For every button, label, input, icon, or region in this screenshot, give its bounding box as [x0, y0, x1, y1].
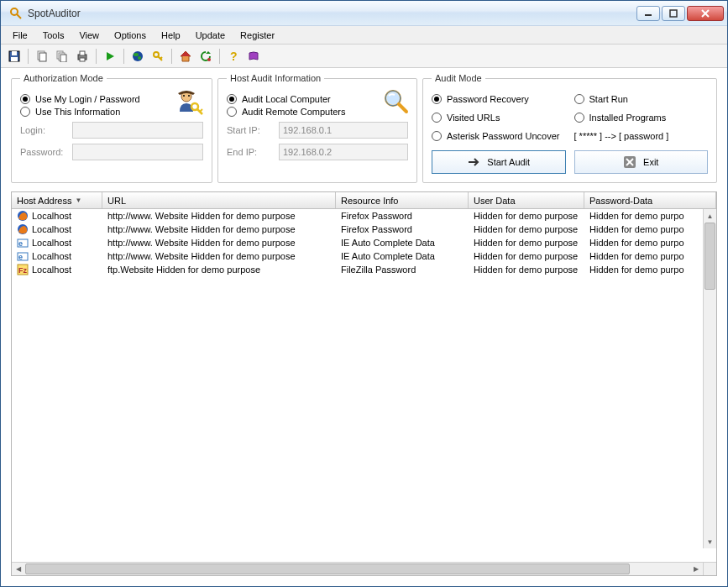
radio-label: Use This Information — [35, 107, 120, 117]
horizontal-scrollbar[interactable]: ◀ ▶ — [12, 562, 703, 575]
menubar: File Tools View Options Help Update Regi… — [1, 26, 727, 45]
cell-host: Localhost — [32, 224, 71, 234]
cell-resource: Firefox Password — [336, 211, 469, 221]
radio-label: Asterisk Password Uncover — [447, 131, 560, 141]
cell-resource: IE Auto Complete Data — [336, 251, 469, 261]
svg-line-1 — [17, 14, 21, 18]
vertical-scrollbar[interactable]: ▲ ▼ — [703, 209, 716, 548]
radio-visited-urls[interactable]: Visited URLs — [432, 113, 566, 123]
table-row[interactable]: Localhosthttp://www. Website Hidden for … — [12, 209, 716, 223]
help-icon[interactable]: ? — [225, 48, 242, 65]
minimize-button[interactable] — [636, 6, 660, 21]
home-icon[interactable] — [177, 48, 194, 65]
scroll-thumb[interactable] — [25, 563, 630, 574]
col-resource-info[interactable]: Resource Info — [336, 192, 469, 208]
cell-pass: Hidden for demo purpo — [584, 238, 716, 248]
sort-indicator-icon: ▼ — [75, 197, 81, 204]
button-label: Exit — [643, 157, 658, 167]
menu-tools[interactable]: Tools — [36, 29, 71, 42]
table-row[interactable]: Localhosthttp://www. Website Hidden for … — [12, 223, 716, 236]
host-audit-panel: Host Audit Information Audit Local Compu… — [217, 73, 417, 183]
svg-rect-7 — [12, 51, 17, 55]
cell-url: http://www. Website Hidden for demo purp… — [102, 251, 336, 261]
table-row[interactable]: eLocalhosthttp://www. Website Hidden for… — [12, 236, 716, 249]
svg-point-20 — [138, 56, 141, 60]
radio-start-run[interactable]: Start Run — [574, 94, 709, 104]
key-icon[interactable] — [149, 48, 166, 65]
scroll-thumb[interactable] — [704, 223, 715, 290]
cell-resource: Firefox Password — [336, 224, 469, 234]
scroll-right-icon[interactable]: ▶ — [689, 563, 703, 575]
app-source-icon — [17, 223, 29, 235]
close-button[interactable] — [687, 6, 724, 21]
magnifier-icon — [383, 88, 410, 117]
cell-pass: Hidden for demo purpo — [584, 265, 716, 275]
copy-all-icon[interactable] — [54, 48, 71, 65]
print-icon[interactable] — [74, 48, 91, 65]
svg-rect-15 — [80, 51, 85, 55]
window-title: SpotAuditor — [28, 8, 636, 19]
exit-button[interactable]: Exit — [574, 150, 709, 174]
app-window: SpotAuditor File Tools View Options Help… — [0, 0, 728, 587]
login-input — [72, 122, 203, 139]
radio-audit-remote[interactable]: Audit Remote Computers — [227, 107, 408, 117]
menu-help[interactable]: Help — [155, 29, 187, 42]
titlebar[interactable]: SpotAuditor — [1, 1, 727, 26]
svg-line-37 — [399, 104, 406, 112]
svg-rect-10 — [39, 53, 46, 61]
col-user-data[interactable]: User Data — [469, 192, 584, 208]
copy-icon[interactable] — [34, 48, 50, 65]
globe-icon[interactable] — [129, 48, 146, 65]
play-icon[interactable] — [102, 48, 118, 65]
menu-register[interactable]: Register — [233, 29, 281, 42]
radio-audit-local[interactable]: Audit Local Computer — [227, 94, 408, 104]
user-key-icon — [175, 88, 205, 120]
start-audit-button[interactable]: Start Audit — [432, 150, 566, 174]
col-url[interactable]: URL — [102, 192, 336, 208]
radio-asterisk-uncover[interactable]: Asterisk Password Uncover — [432, 131, 566, 141]
authorization-mode-panel: Authorization Mode Use My Login / Passwo… — [11, 73, 212, 183]
arrow-right-icon — [467, 155, 480, 169]
app-source-icon — [17, 210, 29, 222]
cell-url: ftp.Website Hidden for demo purpose — [102, 265, 336, 275]
endip-input — [279, 144, 408, 160]
save-icon[interactable] — [6, 48, 23, 65]
svg-point-32 — [191, 103, 198, 110]
toolbar: ? — [1, 45, 727, 68]
col-host-address[interactable]: Host Address▼ — [12, 192, 102, 208]
startip-label: Start IP: — [227, 125, 274, 135]
grid-header: Host Address▼ URL Resource Info User Dat… — [12, 192, 716, 209]
menu-update[interactable]: Update — [189, 29, 232, 42]
app-source-icon: e — [17, 237, 29, 249]
cell-host: Localhost — [32, 251, 71, 261]
radio-installed-programs[interactable]: Installed Programs — [574, 113, 709, 123]
book-icon[interactable] — [245, 48, 262, 65]
close-icon — [623, 155, 636, 169]
svg-text:?: ? — [230, 50, 238, 62]
menu-view[interactable]: View — [72, 29, 106, 42]
radio-label: Start Run — [589, 94, 628, 104]
svg-point-30 — [183, 95, 185, 97]
menu-options[interactable]: Options — [107, 29, 153, 42]
cell-resource: FileZilla Password — [336, 265, 469, 275]
grid-body[interactable]: Localhosthttp://www. Website Hidden for … — [12, 209, 716, 562]
col-password-data[interactable]: Password-Data — [584, 192, 716, 208]
cell-pass: Hidden for demo purpo — [584, 224, 716, 234]
menu-file[interactable]: File — [6, 29, 34, 42]
audit-legend: Audit Mode — [432, 73, 485, 83]
app-source-icon: Fz — [17, 264, 29, 275]
radio-label: Password Recovery — [447, 94, 529, 104]
radio-password-recovery[interactable]: Password Recovery — [432, 94, 566, 104]
cell-url: http://www. Website Hidden for demo purp… — [102, 238, 336, 248]
scroll-up-icon[interactable]: ▲ — [704, 209, 716, 223]
maximize-button[interactable] — [662, 6, 685, 21]
cell-pass: Hidden for demo purpo — [584, 211, 716, 221]
scroll-left-icon[interactable]: ◀ — [12, 563, 25, 575]
radio-label: Audit Local Computer — [242, 94, 331, 104]
table-row[interactable]: eLocalhosthttp://www. Website Hidden for… — [12, 249, 716, 263]
table-row[interactable]: FzLocalhostftp.Website Hidden for demo p… — [12, 263, 716, 276]
cell-user: Hidden for demo purpose — [469, 211, 584, 221]
refresh-icon[interactable] — [197, 48, 214, 65]
scroll-down-icon[interactable]: ▼ — [704, 535, 716, 548]
svg-marker-17 — [107, 52, 114, 60]
